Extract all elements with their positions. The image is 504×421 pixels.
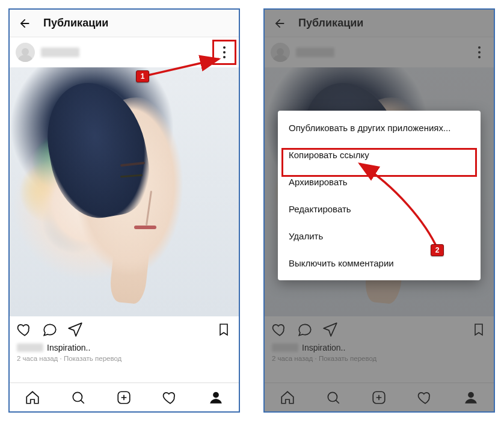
tab-profile[interactable] bbox=[463, 389, 479, 406]
tab-home[interactable] bbox=[24, 389, 41, 406]
post-image[interactable] bbox=[10, 67, 239, 316]
post-caption: Inspiration.. bbox=[265, 343, 494, 355]
save-button[interactable] bbox=[216, 322, 232, 337]
arrow-left-icon bbox=[18, 17, 31, 30]
bookmark-icon bbox=[472, 322, 486, 337]
username-blurred[interactable] bbox=[41, 48, 79, 57]
screenshot-step-2: Публикации bbox=[263, 8, 495, 413]
plus-square-icon bbox=[371, 390, 387, 405]
tab-activity[interactable] bbox=[417, 389, 434, 406]
bookmark-icon bbox=[217, 322, 231, 337]
menu-item-disable-comments[interactable]: Выключить комментарии bbox=[278, 250, 481, 277]
timestamp: 2 часа назад bbox=[17, 355, 58, 362]
back-button[interactable] bbox=[17, 16, 32, 31]
caption-text: Inspiration.. bbox=[47, 343, 90, 352]
app-header: Публикации bbox=[265, 10, 494, 37]
more-options-button[interactable] bbox=[216, 41, 233, 63]
svg-point-3 bbox=[328, 392, 337, 401]
screenshot-step-1: Публикации bbox=[8, 8, 240, 413]
image-content bbox=[74, 97, 212, 292]
tab-activity[interactable] bbox=[162, 389, 179, 406]
save-button[interactable] bbox=[471, 322, 487, 337]
page-title: Публикации bbox=[298, 17, 363, 29]
home-icon bbox=[280, 390, 295, 405]
tab-search[interactable] bbox=[70, 389, 87, 406]
send-icon bbox=[67, 322, 83, 337]
bottom-tabbar bbox=[265, 383, 494, 411]
caption-username-blurred[interactable] bbox=[272, 343, 298, 352]
tab-home[interactable] bbox=[279, 389, 296, 406]
like-button[interactable] bbox=[17, 322, 32, 337]
comment-button[interactable] bbox=[297, 322, 313, 337]
username-blurred[interactable] bbox=[296, 48, 334, 57]
menu-item-archive[interactable]: Архивировать bbox=[278, 168, 481, 195]
timestamp: 2 часа назад bbox=[272, 355, 313, 362]
menu-item-share-other-apps[interactable]: Опубликовать в других приложениях... bbox=[278, 114, 481, 141]
avatar[interactable] bbox=[271, 43, 290, 62]
post-meta: 2 часа назад · Показать перевод bbox=[10, 355, 239, 366]
svg-point-5 bbox=[468, 392, 474, 398]
share-button[interactable] bbox=[322, 322, 338, 337]
page-title: Публикации bbox=[43, 17, 108, 29]
options-menu: Опубликовать в других приложениях... Коп… bbox=[278, 111, 481, 280]
step-badge-2: 2 bbox=[431, 244, 444, 256]
post-actions bbox=[265, 316, 494, 343]
heart-icon bbox=[417, 390, 433, 405]
plus-square-icon bbox=[116, 390, 132, 405]
post-actions bbox=[10, 316, 239, 343]
caption-username-blurred[interactable] bbox=[17, 343, 43, 352]
heart-icon bbox=[272, 322, 287, 337]
heart-icon bbox=[162, 390, 178, 405]
avatar[interactable] bbox=[16, 43, 35, 62]
user-icon bbox=[463, 390, 479, 405]
search-icon bbox=[325, 390, 341, 405]
post-header bbox=[265, 37, 494, 67]
svg-point-2 bbox=[213, 392, 219, 398]
home-icon bbox=[25, 390, 40, 405]
post-header bbox=[10, 37, 239, 67]
more-options-button[interactable] bbox=[471, 41, 488, 63]
bottom-tabbar bbox=[10, 383, 239, 411]
send-icon bbox=[322, 322, 338, 337]
menu-item-delete[interactable]: Удалить bbox=[278, 223, 481, 250]
menu-item-copy-link[interactable]: Копировать ссылку bbox=[278, 141, 481, 168]
comment-icon bbox=[42, 322, 58, 337]
user-icon bbox=[208, 390, 224, 405]
tab-search[interactable] bbox=[325, 389, 342, 406]
like-button[interactable] bbox=[272, 322, 287, 337]
arrow-left-icon bbox=[273, 17, 286, 30]
comment-icon bbox=[297, 322, 313, 337]
back-button[interactable] bbox=[272, 16, 287, 31]
tab-profile[interactable] bbox=[207, 389, 224, 406]
caption-text: Inspiration.. bbox=[302, 343, 345, 352]
post-meta: 2 часа назад · Показать перевод bbox=[265, 355, 494, 366]
step-badge-1: 1 bbox=[136, 70, 149, 82]
menu-item-edit[interactable]: Редактировать bbox=[278, 195, 481, 223]
app-header: Публикации bbox=[10, 10, 239, 37]
post-caption: Inspiration.. bbox=[10, 343, 239, 355]
tab-add[interactable] bbox=[370, 389, 387, 406]
translate-link[interactable]: Показать перевод bbox=[64, 355, 121, 362]
search-icon bbox=[70, 390, 86, 405]
heart-icon bbox=[17, 322, 32, 337]
comment-button[interactable] bbox=[42, 322, 58, 337]
tab-add[interactable] bbox=[115, 389, 132, 406]
translate-link[interactable]: Показать перевод bbox=[319, 355, 376, 362]
share-button[interactable] bbox=[67, 322, 83, 337]
svg-point-0 bbox=[73, 392, 82, 401]
